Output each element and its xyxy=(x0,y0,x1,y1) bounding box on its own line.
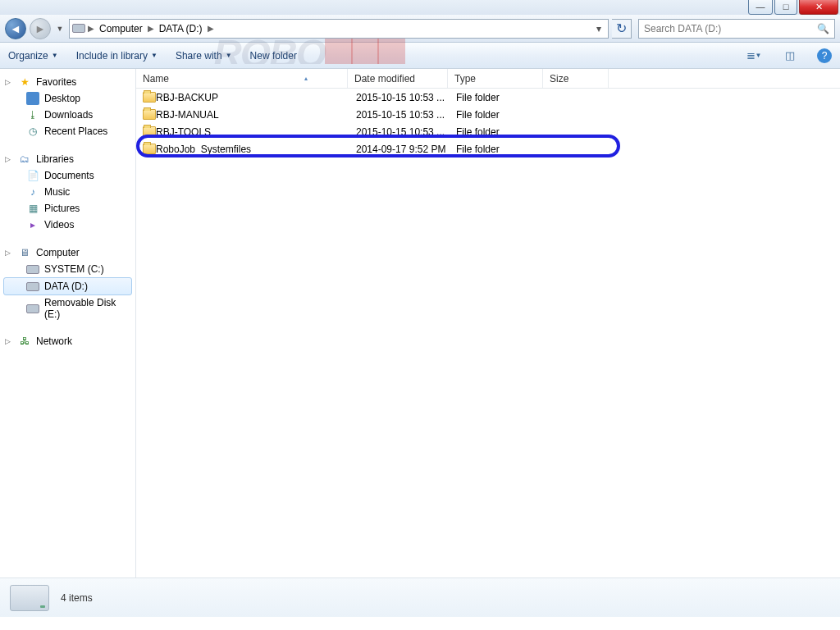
new-folder-button[interactable]: New folder xyxy=(250,50,297,62)
command-bar: Organize ▼ Include in library ▼ Share wi… xyxy=(0,43,840,69)
sidebar-item-videos[interactable]: ▸Videos xyxy=(3,217,132,233)
column-headers: Name▴ Date modified Type Size xyxy=(136,69,840,89)
help-button[interactable]: ? xyxy=(817,48,832,63)
sidebar-item-music[interactable]: ♪Music xyxy=(3,184,132,200)
file-row[interactable]: RoboJob_Systemfiles2014-09-17 9:52 PMFil… xyxy=(136,140,840,158)
status-item-count: 4 items xyxy=(61,592,93,604)
view-options-button[interactable]: ≣ ▼ xyxy=(745,47,763,65)
search-placeholder: Search DATA (D:) xyxy=(644,23,721,34)
chevron-right-icon[interactable]: ▶ xyxy=(206,24,216,33)
column-header-date[interactable]: Date modified xyxy=(348,69,448,88)
sidebar-network-header[interactable]: ▷🖧Network xyxy=(3,333,132,349)
chevron-right-icon[interactable]: ▶ xyxy=(86,24,96,33)
drive-icon xyxy=(71,21,86,36)
minimize-button[interactable]: — xyxy=(748,0,773,15)
folder-icon xyxy=(143,109,156,120)
organize-menu[interactable]: Organize ▼ xyxy=(8,50,58,62)
file-row[interactable]: RBJ-BACKUP2015-10-15 10:53 ...File folde… xyxy=(136,89,840,106)
sidebar-item-removable-e[interactable]: Removable Disk (E:) xyxy=(3,295,132,322)
window-titlebar: — □ ✕ xyxy=(0,0,840,15)
breadcrumb-computer[interactable]: Computer xyxy=(96,23,146,34)
chevron-right-icon[interactable]: ▶ xyxy=(146,24,156,33)
sidebar-item-desktop[interactable]: Desktop xyxy=(3,90,132,107)
address-bar[interactable]: ▶ Computer ▶ DATA (D:) ▶ ▾ xyxy=(69,19,609,39)
navigation-pane: ▷★Favorites Desktop ⭳Downloads ◷Recent P… xyxy=(0,69,136,578)
nav-bar: ROBO███ ◄ ► ▼ ▶ Computer ▶ DATA (D:) ▶ ▾… xyxy=(0,15,840,43)
file-row[interactable]: RBJ-TOOLS2015-10-15 10:53 ...File folder xyxy=(136,123,840,140)
column-header-name[interactable]: Name▴ xyxy=(136,69,348,88)
search-input[interactable]: Search DATA (D:) 🔍 xyxy=(638,19,835,39)
folder-icon xyxy=(143,144,156,154)
close-button[interactable]: ✕ xyxy=(799,0,838,15)
file-list-pane: Name▴ Date modified Type Size RBJ-BACKUP… xyxy=(136,69,840,578)
sidebar-item-downloads[interactable]: ⭳Downloads xyxy=(3,107,132,123)
sidebar-item-recent[interactable]: ◷Recent Places xyxy=(3,123,132,139)
status-bar: 4 items xyxy=(0,578,840,617)
sidebar-favorites-header[interactable]: ▷★Favorites xyxy=(3,74,132,90)
include-library-menu[interactable]: Include in library ▼ xyxy=(76,50,158,62)
search-icon: 🔍 xyxy=(817,23,829,34)
address-dropdown[interactable]: ▾ xyxy=(591,23,606,34)
column-header-type[interactable]: Type xyxy=(448,69,543,88)
forward-button[interactable]: ► xyxy=(30,18,51,39)
file-row[interactable]: RBJ-MANUAL2015-10-15 10:53 ...File folde… xyxy=(136,106,840,123)
maximize-button[interactable]: □ xyxy=(774,0,797,15)
sidebar-item-pictures[interactable]: ▦Pictures xyxy=(3,200,132,217)
back-button[interactable]: ◄ xyxy=(5,18,26,39)
folder-icon xyxy=(143,92,156,103)
sidebar-item-system-c[interactable]: SYSTEM (C:) xyxy=(3,261,132,277)
sidebar-libraries-header[interactable]: ▷🗂Libraries xyxy=(3,151,132,167)
refresh-button[interactable]: ↻ xyxy=(612,19,632,39)
column-header-size[interactable]: Size xyxy=(543,69,609,88)
nav-history-dropdown[interactable]: ▼ xyxy=(54,25,66,33)
folder-icon xyxy=(143,126,156,137)
breadcrumb-drive[interactable]: DATA (D:) xyxy=(156,23,206,34)
share-with-menu[interactable]: Share with ▼ xyxy=(176,50,232,62)
drive-icon xyxy=(10,585,49,611)
sidebar-item-documents[interactable]: 📄Documents xyxy=(3,167,132,184)
sidebar-item-data-d[interactable]: DATA (D:) xyxy=(3,277,132,295)
preview-pane-button[interactable]: ◫ xyxy=(781,47,799,65)
sidebar-computer-header[interactable]: ▷🖥Computer xyxy=(3,244,132,261)
